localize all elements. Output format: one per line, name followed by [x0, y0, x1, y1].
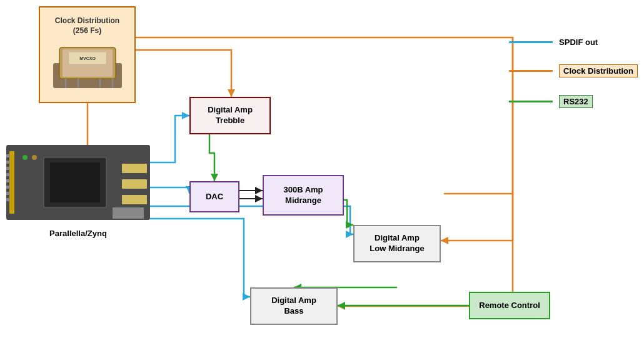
amp-bass-label1: Digital Amp [271, 296, 316, 306]
svg-rect-37 [6, 198, 10, 201]
svg-marker-2 [338, 302, 345, 310]
svg-rect-39 [122, 179, 147, 189]
clock-dist-label2: (256 Fs) [50, 26, 125, 36]
clock-distribution-box: Clock Distribution (256 Fs) MVCXO [39, 6, 136, 103]
amp-low-mid-label1: Digital Amp [370, 233, 424, 244]
svg-rect-32 [6, 167, 10, 170]
legend-rs232: RS232 [509, 95, 638, 108]
svg-marker-11 [255, 195, 263, 202]
amp-midrange-label1: 300B Amp [283, 185, 323, 196]
amp-trebble-label1: Digital Amp [208, 105, 253, 116]
svg-marker-0 [228, 89, 235, 97]
svg-marker-9 [255, 187, 263, 194]
svg-rect-40 [122, 195, 147, 204]
legend-spdif: SPDIF out [509, 37, 638, 47]
svg-rect-41 [113, 207, 144, 219]
remote-control-label: Remote Control [479, 301, 540, 311]
svg-rect-33 [6, 173, 10, 176]
amp-trebble-box: Digital Amp Trebble [189, 97, 271, 134]
legend-clock: Clock Distribution [509, 64, 638, 77]
parallella-box: Parallella/Zynq [6, 144, 150, 241]
svg-point-43 [32, 155, 37, 160]
rs232-line [509, 101, 553, 102]
amp-midrange-box: 300B Amp Midrange [263, 175, 344, 216]
svg-marker-16 [338, 302, 345, 309]
diagram-container: Clock Distribution (256 Fs) MVCXO [0, 0, 644, 363]
parallella-label: Parallella/Zynq [6, 229, 150, 239]
remote-control-box: Remote Control [469, 292, 550, 319]
svg-marker-6 [346, 231, 353, 238]
amp-low-mid-label2: Low Midrange [370, 244, 424, 254]
clock-label: Clock Distribution [559, 64, 638, 77]
clock-dist-label1: Clock Distribution [50, 16, 125, 26]
dac-label: DAC [206, 192, 223, 202]
svg-marker-4 [182, 112, 189, 119]
svg-rect-36 [6, 192, 10, 195]
rs232-label: RS232 [559, 95, 593, 108]
svg-rect-35 [6, 186, 10, 189]
svg-rect-30 [6, 154, 10, 157]
clock-line [509, 70, 553, 72]
svg-marker-12 [211, 174, 218, 181]
svg-marker-13 [346, 221, 353, 229]
svg-point-42 [23, 155, 28, 160]
amp-low-mid-box: Digital Amp Low Midrange [353, 225, 441, 262]
amp-bass-label2: Bass [271, 306, 316, 317]
svg-rect-34 [6, 179, 10, 182]
dac-box: DAC [189, 181, 239, 212]
amp-midrange-label2: Midrange [283, 196, 323, 206]
svg-rect-38 [122, 164, 147, 173]
spdif-line [509, 41, 553, 43]
svg-rect-28 [50, 162, 100, 202]
amp-trebble-label2: Trebble [208, 116, 253, 126]
svg-text:MVCXO: MVCXO [79, 56, 96, 61]
legend: SPDIF out Clock Distribution RS232 [509, 37, 638, 126]
svg-marker-7 [243, 293, 250, 301]
amp-bass-box: Digital Amp Bass [250, 287, 338, 325]
spdif-label: SPDIF out [559, 37, 598, 47]
svg-rect-31 [6, 161, 10, 164]
svg-rect-29 [9, 151, 14, 214]
svg-marker-1 [441, 237, 448, 244]
